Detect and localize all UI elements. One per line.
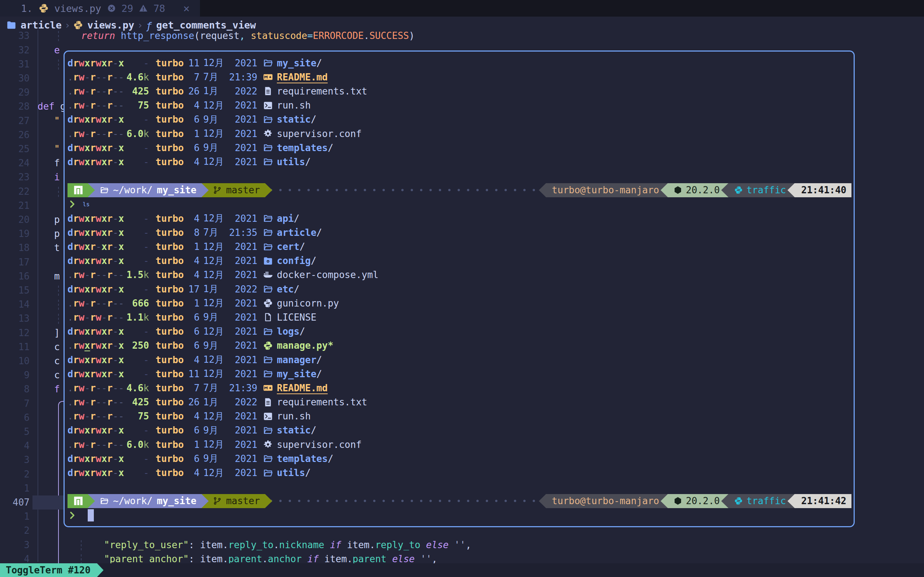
file-size: - bbox=[126, 227, 149, 238]
modified-time: 2021 bbox=[227, 58, 257, 69]
terminal-blank-line bbox=[68, 480, 851, 494]
line-number: 17 bbox=[0, 255, 30, 269]
modified-day: 4 bbox=[187, 411, 200, 422]
python-env-label: traffic bbox=[746, 185, 786, 195]
breadcrumb-item-get_comments_view[interactable]: ƒget_comments_view bbox=[146, 19, 256, 31]
permissions: .rw-r--r-- bbox=[68, 298, 126, 309]
modified-day: 4 bbox=[187, 269, 200, 280]
file-lines-icon bbox=[263, 397, 273, 407]
modified-time: 2021 bbox=[227, 355, 257, 365]
toggleterm-badge[interactable]: ToggleTerm #120 bbox=[0, 563, 103, 577]
file-size: - bbox=[126, 326, 149, 337]
code-token: " bbox=[54, 115, 60, 126]
code-token: item bbox=[200, 554, 223, 564]
line-number: 24 bbox=[0, 156, 30, 170]
current-line-number: 407 bbox=[0, 495, 30, 509]
folder-open-icon bbox=[263, 369, 273, 379]
modified-time: 2021 bbox=[227, 255, 257, 266]
floating-terminal[interactable]: drwxrwxr-x-turbo1112月2021my_site/.rw-r--… bbox=[63, 50, 855, 527]
command-text: ls bbox=[82, 201, 89, 208]
listing-row: drwxr-xr-x-turbo112月2021cert/ bbox=[68, 239, 851, 253]
modified-time: 2021 bbox=[227, 340, 257, 351]
file-size: 425 bbox=[126, 86, 149, 97]
line-number: 6 bbox=[0, 411, 30, 425]
folder-open-icon bbox=[100, 496, 109, 505]
modified-time: 2021 bbox=[227, 453, 257, 464]
owner: turbo bbox=[155, 439, 184, 450]
file-type-cell bbox=[262, 101, 273, 110]
line-number: 15 bbox=[0, 284, 30, 298]
modified-month: 12月 bbox=[203, 99, 227, 112]
modified-month: 7月 bbox=[203, 71, 227, 83]
file-name: LICENSE bbox=[277, 312, 317, 323]
tab-filename: views.py bbox=[55, 3, 102, 14]
modified-month: 12月 bbox=[203, 367, 227, 380]
modified-month: 12月 bbox=[203, 438, 227, 451]
file-name: templates/ bbox=[277, 453, 333, 464]
code-token: . bbox=[223, 554, 228, 564]
modified-month: 12月 bbox=[203, 212, 227, 225]
modified-day: 4 bbox=[187, 467, 200, 478]
modified-time: 2022 bbox=[227, 86, 257, 97]
folder-open-icon bbox=[100, 186, 109, 194]
file-name: static/ bbox=[277, 425, 317, 436]
file-size: - bbox=[126, 467, 149, 478]
file-size: - bbox=[126, 284, 149, 295]
modified-time: 2022 bbox=[227, 284, 257, 295]
prompt-dotted-filler bbox=[267, 494, 544, 508]
indent-guide-dashed bbox=[58, 285, 59, 296]
breadcrumb-item-views.py[interactable]: views.py bbox=[73, 19, 134, 31]
code-token: p bbox=[54, 228, 60, 239]
breadcrumb-label: views.py bbox=[87, 19, 134, 31]
file-size: 425 bbox=[126, 397, 149, 408]
owner: turbo bbox=[155, 284, 184, 295]
permissions: drwxrwxr-x bbox=[68, 58, 126, 69]
code-token: def bbox=[37, 101, 60, 112]
permissions: .rw-r--r-- bbox=[68, 86, 126, 97]
manjaro-icon bbox=[73, 185, 83, 195]
folder-open-icon bbox=[263, 355, 273, 364]
terminal-icon bbox=[263, 411, 273, 421]
permissions: drwxrwxr-x bbox=[68, 425, 126, 436]
listing-row: drwxrwxr-x-turbo412月2021api/ bbox=[68, 211, 851, 226]
code-token: f bbox=[54, 384, 60, 395]
breadcrumb-item-article[interactable]: article bbox=[6, 19, 62, 31]
file-name: my_site/ bbox=[277, 58, 322, 69]
breadcrumb: article›views.py›ƒget_comments_view bbox=[0, 16, 924, 33]
file-name: logs/ bbox=[277, 326, 305, 337]
modified-day: 7 bbox=[187, 383, 200, 393]
modified-month: 7月 bbox=[203, 226, 227, 239]
terminal-input-line[interactable] bbox=[68, 508, 851, 522]
code-fragment: f bbox=[54, 382, 60, 396]
file-name: utils/ bbox=[277, 156, 311, 167]
listing-row: .rw-rw-r--1.1kturbo69月2021LICENSE bbox=[68, 310, 851, 324]
listing-row: .rw-r--r--75turbo412月2021run.sh bbox=[68, 409, 851, 423]
modified-time: 2021 bbox=[227, 298, 257, 309]
owner: turbo bbox=[155, 100, 184, 111]
breadcrumb-label: article bbox=[21, 19, 62, 31]
permissions: .rw-r--r-- bbox=[68, 100, 126, 111]
listing-row: drwxrwxr-x-turbo87月21:35article/ bbox=[68, 226, 851, 239]
file-name: supervisor.conf bbox=[277, 128, 362, 139]
tabline: 1. views.py 29 78 × bbox=[0, 0, 924, 16]
close-icon[interactable]: × bbox=[183, 2, 190, 15]
file-name: my_site/ bbox=[277, 369, 322, 379]
modified-day: 8 bbox=[187, 227, 200, 238]
modified-time: 2021 bbox=[227, 156, 257, 167]
owner: turbo bbox=[155, 355, 184, 365]
file-type-cell bbox=[262, 327, 273, 337]
line-number: 26 bbox=[0, 128, 30, 142]
line-number: 9 bbox=[0, 368, 30, 382]
listing-row: .rwxrwxr-x250turbo69月2021manage.py* bbox=[68, 338, 851, 353]
tab-views-py[interactable]: 1. views.py 29 78 × bbox=[0, 0, 200, 16]
owner: turbo bbox=[155, 411, 184, 422]
owner: turbo bbox=[155, 58, 184, 69]
listing-row: drwxrwxr-x-turbo69月2021templates/ bbox=[68, 141, 851, 155]
file-type-cell bbox=[262, 213, 273, 223]
owner: turbo bbox=[155, 312, 184, 323]
permissions: drwxrwxr-x bbox=[68, 255, 126, 266]
listing-row: .rw-r--r--666turbo112月2021gunicorn.py bbox=[68, 296, 851, 310]
file-size: 4.6k bbox=[126, 72, 149, 82]
code-token: c bbox=[54, 342, 60, 352]
modified-month: 12月 bbox=[203, 353, 227, 366]
